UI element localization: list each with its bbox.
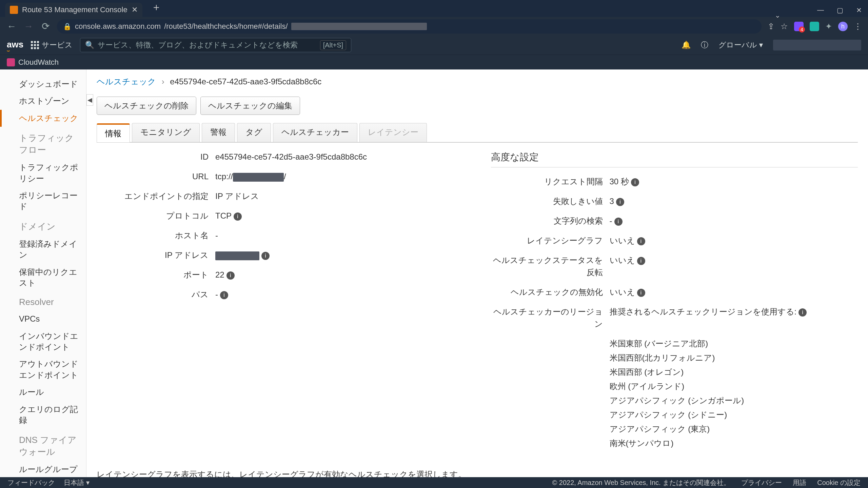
delete-health-check-button[interactable]: ヘルスチェックの削除 [97,97,196,115]
action-button-row: ヘルスチェックの削除 ヘルスチェックの編集 [97,97,858,115]
notifications-icon[interactable]: 🔔 [682,41,691,49]
sidebar-item-traffic-policy[interactable]: トラフィックポリシー [0,159,86,187]
sidebar-item-rule-groups[interactable]: ルールグループ [0,461,86,477]
sidebar-item-pending-requests[interactable]: 保留中のリクエスト [0,264,86,292]
label-string: 文字列の検索 [491,215,610,227]
value-endpoint-spec: IP アドレス [215,190,464,202]
sidebar-collapse-button[interactable]: ◀ [86,94,93,106]
sidebar-item-vpcs[interactable]: VPCs [0,310,86,327]
aws-top-right: 🔔 ⓘ グローバル ▾ [682,40,861,50]
value-port: 22i [215,269,464,281]
services-menu-button[interactable]: サービス [31,40,73,50]
footer-privacy[interactable]: プライバシー [741,478,782,487]
grid-icon [31,41,39,49]
footer-terms[interactable]: 用語 [793,478,806,487]
sidebar-heading-dns-firewall: DNS ファイアウォール [0,429,86,461]
sidebar-item-hosted-zones[interactable]: ホストゾーン [0,93,86,109]
extensions-icon[interactable]: ✦ [825,22,832,31]
footer-language-selector[interactable]: 日本語 ▾ [64,478,90,487]
help-icon[interactable]: ⓘ [701,40,708,50]
reload-button[interactable]: ⟳ [40,21,51,32]
edit-health-check-button[interactable]: ヘルスチェックの編集 [200,97,300,115]
forward-button[interactable]: → [23,21,34,32]
basic-settings-column: IDe455794e-ce57-42d5-aae3-9f5cda8b8c6c U… [97,151,464,459]
sidebar-item-policy-record[interactable]: ポリシーレコード [0,187,86,215]
url-host: console.aws.amazon.com [75,22,161,31]
minimize-button[interactable]: — [814,3,827,17]
close-window-button[interactable]: ✕ [853,3,865,17]
tab-monitoring[interactable]: モニタリング [132,123,200,142]
value-interval: 30 秒i [610,176,858,188]
sidebar-heading-traffic: トラフィックフロー [0,127,86,159]
breadcrumb-parent[interactable]: ヘルスチェック [97,77,156,86]
info-icon[interactable]: i [637,257,645,265]
detail-tab-strip: 情報 モニタリング 警報 タグ ヘルスチェッカー レイテンシー [97,123,858,143]
info-icon[interactable]: i [798,308,807,317]
info-icon[interactable]: i [631,178,639,186]
label-id: ID [97,151,215,163]
browser-tab[interactable]: Route 53 Management Console ✕ [5,3,142,17]
star-icon[interactable]: ☆ [781,22,788,31]
advanced-heading: 高度な設定 [491,151,858,167]
sidebar-heading-resolver: Resolver [0,291,86,310]
sub-service-link[interactable]: CloudWatch [18,58,59,67]
aws-top-nav: aws⌣ サービス 🔍 サービス、特徴、ブログ、およびドキュメントなどを検索 [… [0,36,868,55]
label-threshold: 失敗しきい値 [491,195,610,207]
cloudwatch-icon [7,58,15,66]
profile-avatar[interactable]: h [838,22,848,31]
tab-alarms[interactable]: 警報 [202,123,235,142]
new-tab-button[interactable]: ＋ [149,0,164,17]
breadcrumb-current: e455794e-ce57-42d5-aae3-9f5cda8b8c6c [170,77,321,86]
footer-feedback[interactable]: フィードバック [7,478,55,487]
info-icon[interactable]: i [616,198,624,206]
value-regions: 推奨されるヘルスチェックリージョンを使用する:i [610,306,858,330]
tab-health-checkers[interactable]: ヘルスチェッカー [273,123,357,142]
sidebar-item-dashboard[interactable]: ダッシュボード [0,76,86,93]
close-tab-icon[interactable]: ✕ [132,5,138,14]
sidebar-item-health-checks[interactable]: ヘルスチェック [0,110,86,127]
kebab-menu-icon[interactable]: ⋮ [854,22,862,31]
chevron-down-icon[interactable]: ⌄ [772,8,783,22]
maximize-button[interactable]: ▢ [834,3,846,17]
aws-search-input[interactable]: 🔍 サービス、特徴、ブログ、およびドキュメントなどを検索 [Alt+S] [80,38,351,52]
info-icon[interactable]: i [261,252,270,260]
info-icon[interactable]: i [220,291,228,299]
sidebar-item-registered-domains[interactable]: 登録済みドメイン [0,236,86,264]
share-icon[interactable]: ⇪ [768,22,774,31]
sidebar-item-rules[interactable]: ルール [0,384,86,401]
sidebar-item-inbound-endpoints[interactable]: インバウンドエンドポイント [0,328,86,356]
label-port: ポート [97,269,215,281]
footer-cookie[interactable]: Cookie の設定 [817,478,861,487]
label-url: URL [97,170,215,183]
account-redacted[interactable] [773,40,861,50]
tab-tags[interactable]: タグ [237,123,271,142]
info-icon[interactable]: i [637,289,645,297]
extension-icon[interactable] [794,22,804,31]
region-item: 米国西部(北カリフォルニア) [610,352,858,364]
info-icon[interactable]: i [614,218,623,226]
label-hostname: ホスト名 [97,229,215,242]
value-invert: いいえi [610,254,858,279]
label-interval: リクエスト間隔 [491,176,610,188]
regions-list: 米国東部 (バージニア北部)米国西部(北カリフォルニア)米国西部 (オレゴン)欧… [610,338,858,451]
tab-info[interactable]: 情報 [97,123,130,142]
sidebar-item-outbound-endpoints[interactable]: アウトバウンドエンドポイント [0,355,86,384]
info-icon[interactable]: i [226,271,235,280]
label-disable: ヘルスチェックの無効化 [491,286,610,298]
url-path: /route53/healthchecks/home#/details/ [164,22,288,31]
back-button[interactable]: ← [6,21,17,32]
region-item: 米国東部 (バージニア北部) [610,338,858,350]
region-selector[interactable]: グローバル ▾ [718,40,763,50]
info-icon[interactable]: i [637,237,645,245]
aws-logo[interactable]: aws⌣ [7,39,23,51]
ip-redacted [215,251,259,260]
address-bar: ← → ⟳ 🔒 console.aws.amazon.com/route53/h… [0,17,868,36]
value-disable: いいえi [610,286,858,298]
extension-icon[interactable] [810,22,819,31]
info-icon[interactable]: i [234,212,242,221]
detail-columns: IDe455794e-ce57-42d5-aae3-9f5cda8b8c6c U… [97,151,858,459]
label-path: パス [97,288,215,301]
url-input[interactable]: 🔒 console.aws.amazon.com/route53/healthc… [57,19,762,34]
sidebar-item-query-logging[interactable]: クエリのログ記録 [0,401,86,429]
window-controls: ⌄ — ▢ ✕ [814,3,865,17]
